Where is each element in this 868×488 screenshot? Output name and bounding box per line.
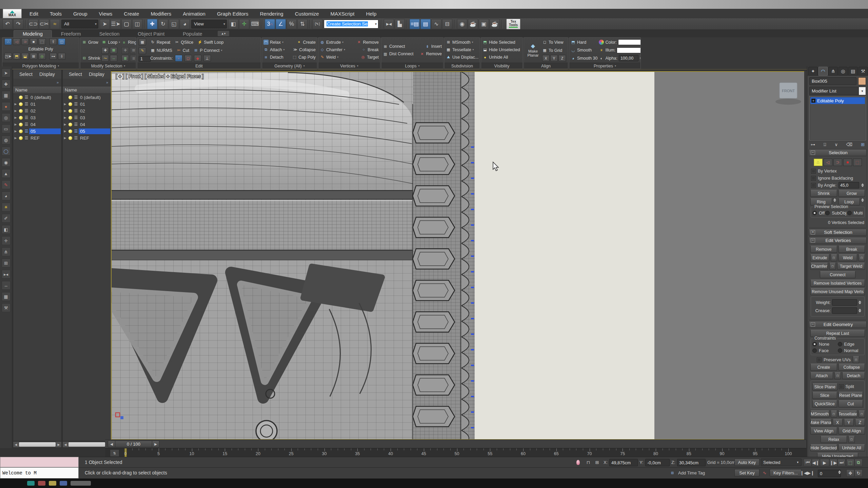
expand-arrow-icon[interactable]: ▶ — [13, 116, 18, 119]
panel-title-polygon-modeling[interactable]: Polygon Modeling▾ — [2, 63, 79, 69]
hide-unselected-button[interactable]: Hide Unselected — [817, 453, 858, 457]
by-angle-checkbox[interactable]: By Angle: 45,0 — [811, 182, 865, 188]
taskbar-app-icon[interactable] — [27, 481, 35, 486]
layer-visibility-bulb-icon[interactable] — [68, 123, 72, 126]
keyboard-shortcut-override-icon[interactable]: ⌨ — [250, 19, 260, 29]
curve-editor-icon[interactable]: ∿ — [431, 19, 441, 29]
remove-button[interactable]: Remove — [810, 246, 837, 253]
unhide-all-button[interactable]: Unhide All — [839, 444, 865, 451]
weld-button[interactable]: Weld — [839, 254, 857, 261]
max-application-button[interactable]: MAX — [3, 9, 22, 18]
constraint-none-icon[interactable]: ▫ — [175, 55, 182, 62]
attach-button[interactable]: Attach — [810, 372, 833, 379]
mesh-tread[interactable] — [413, 72, 475, 439]
grow-button[interactable]: Grow — [839, 190, 865, 197]
grid-align-button[interactable]: Grid Align — [839, 427, 865, 434]
angle-snap-icon[interactable]: ∠ — [276, 19, 286, 29]
make-unique-icon[interactable]: ∨ — [835, 142, 838, 147]
ring-button[interactable]: ≡Ring — [121, 39, 136, 46]
expand-arrow-icon[interactable]: ▶ — [63, 129, 67, 133]
hierarchy-tab-icon[interactable]: ⋔ — [828, 67, 838, 76]
make-planar-button[interactable]: Make Planar — [525, 49, 541, 57]
mirror-tool-icon[interactable]: ▸◂ — [2, 270, 11, 279]
cut-button[interactable]: Cut — [839, 400, 863, 407]
helper-tool-icon[interactable]: ✛ — [2, 236, 11, 245]
constraint-normal-radio[interactable]: Normal — [838, 347, 863, 354]
next-frame-icon[interactable]: ▶ — [152, 441, 159, 447]
stack-item-editable-poly[interactable]: + Editable Poly — [810, 97, 865, 104]
rollout-soft-selection[interactable]: +Soft Selection — [809, 229, 867, 236]
expand-arrow-icon[interactable]: ▶ — [63, 116, 67, 119]
edit-spinner-field[interactable]: 1 — [139, 56, 151, 62]
light-tool-icon[interactable]: ☀ — [2, 203, 11, 211]
cap-poly-button[interactable]: ⬚Cap Poly — [292, 54, 316, 61]
relax-button[interactable]: Relax — [821, 436, 847, 443]
camera-tool-icon[interactable]: ◧ — [2, 225, 11, 234]
plane-primitive-icon[interactable]: ▭ — [2, 124, 11, 133]
explorer-row-04[interactable]: ▶☰04 — [13, 121, 61, 128]
illum-swatch[interactable] — [617, 47, 640, 53]
menu-item-tools[interactable]: Tools — [44, 9, 67, 18]
align-x-button[interactable]: X — [542, 55, 550, 62]
border-subobject-icon[interactable]: ⊃ — [21, 38, 29, 45]
expand-arrow-icon[interactable]: ▶ — [13, 123, 18, 126]
explorer-row-05[interactable]: ▶☰05 — [13, 128, 61, 135]
paint-tool-icon[interactable]: ✐ — [2, 214, 11, 223]
bone-tool-icon[interactable]: ⋔ — [2, 247, 11, 256]
smooth-30-button[interactable]: ◕Smooth 30 — [571, 55, 597, 62]
previous-frame-icon[interactable]: ◀ — [108, 441, 115, 447]
layer-visibility-bulb-icon[interactable] — [19, 116, 23, 120]
layer-visibility-bulb-icon[interactable] — [68, 109, 72, 113]
panel-title-geometry[interactable]: Geometry (All)▾ — [262, 63, 317, 69]
layer-visibility-bulb-icon[interactable] — [19, 102, 23, 106]
ribbon-tab-selection[interactable]: Selection — [90, 30, 129, 37]
hide-unselected-button[interactable]: ⬓Hide Unselected — [482, 46, 521, 53]
object-color-swatch[interactable] — [858, 77, 866, 85]
slice-plane-button[interactable]: Slice Plane — [812, 383, 837, 390]
textools-button[interactable]: TexTools — [506, 19, 520, 29]
preview-off-radio[interactable]: Off — [812, 210, 825, 216]
break-vertices-button[interactable]: ⁘Break — [361, 46, 379, 53]
frame-spinner[interactable] — [838, 470, 842, 474]
go-to-end-icon[interactable]: ⏭ — [837, 459, 846, 466]
polygon-subobject-icon[interactable]: ■ — [30, 38, 37, 45]
reference-coordinate-dropdown[interactable]: View▾ — [191, 20, 227, 28]
chamfer-vertices-button[interactable]: ◇Chamfer▾ — [320, 46, 345, 53]
rollout-edit-vertices[interactable]: −Edit Vertices — [809, 237, 867, 244]
remove-isolated-vertices-button[interactable]: Remove Isolated Vertices — [810, 280, 865, 287]
scroll-right-icon[interactable]: ▶ — [56, 442, 61, 447]
modify-tab-icon[interactable]: ◠ — [818, 67, 828, 76]
crease-spinner[interactable] — [859, 309, 862, 312]
rendered-frame-window-icon[interactable]: ▣ — [479, 19, 489, 29]
expand-arrow-icon[interactable]: ▶ — [63, 123, 67, 126]
pin-stack-icon[interactable]: ⊶ — [50, 53, 57, 60]
view-align-button[interactable]: View Align — [810, 427, 837, 434]
cone-primitive-icon[interactable]: ▲ — [2, 169, 11, 178]
p-connect-button[interactable]: ⊞P Connect▾ — [193, 47, 222, 54]
split-checkbox[interactable]: Split — [839, 383, 863, 390]
symmetry-tools-icon[interactable]: ◎ — [38, 53, 46, 60]
zoom-extents-all-icon[interactable]: ⧉ — [854, 459, 863, 466]
align-to-view-button[interactable]: ◻To View — [542, 39, 567, 46]
expand-arrow-icon[interactable]: ▶ — [13, 109, 18, 113]
generate-topology-icon[interactable]: ⊞ — [30, 53, 37, 60]
toggle-scene-explorer-icon[interactable]: ≡▤ — [410, 19, 420, 29]
go-to-start-icon[interactable]: ⏮ — [804, 459, 812, 466]
preserve-uvs-icon[interactable]: ▦ — [139, 39, 146, 45]
current-frame-field[interactable]: 0 — [818, 470, 841, 477]
by-angle-field[interactable]: 45,0 — [839, 182, 859, 188]
repeat-button[interactable]: ↻Repeat — [150, 39, 170, 46]
expand-arrow-icon[interactable]: ▶ — [63, 136, 67, 140]
loop-button[interactable]: 〓Loop▾ — [101, 39, 120, 46]
taskbar-app-icon[interactable] — [38, 481, 45, 486]
taskbar-app-icon[interactable] — [71, 481, 91, 486]
msmooth-button[interactable]: ⊞MSmooth▾ — [446, 39, 478, 46]
cylinder-primitive-icon[interactable]: ◎ — [2, 113, 11, 122]
motion-tab-icon[interactable]: ◎ — [839, 67, 848, 76]
layer-visibility-bulb-icon[interactable] — [19, 123, 23, 126]
expand-arrow-icon[interactable]: ▶ — [13, 102, 18, 106]
smooth-edges-button[interactable]: ◡Smooth — [571, 47, 597, 54]
constraint-normal-icon[interactable]: ⊥ — [203, 55, 211, 62]
menu-item-group[interactable]: Group — [67, 9, 93, 18]
planar-y-button[interactable]: Y — [844, 419, 854, 426]
